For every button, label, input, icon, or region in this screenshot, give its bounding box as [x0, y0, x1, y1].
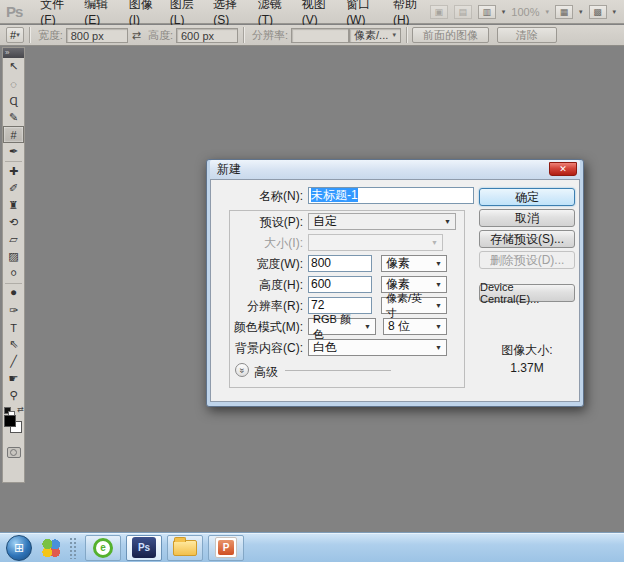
tool-move[interactable]: ↖ [3, 58, 24, 75]
tool-gradient[interactable]: ▨ [3, 248, 24, 265]
view-extras-icon[interactable]: ▤ [454, 5, 472, 19]
front-image-button[interactable]: 前面的图像 [412, 27, 489, 43]
launch-bridge-icon[interactable]: ▣ [430, 5, 448, 19]
tool-path-selection[interactable]: ⇖ [3, 336, 24, 353]
height-input[interactable]: 600 [308, 276, 372, 293]
menu-filter[interactable]: 滤镜(T) [250, 0, 294, 23]
bit-depth-select[interactable]: 8 位▼ [383, 318, 447, 335]
taskbar-photoshop-button[interactable]: Ps [126, 535, 162, 561]
preset-label: 预设(P): [211, 214, 303, 231]
taskbar-powerpoint-button[interactable]: P [208, 535, 244, 561]
menu-edit[interactable]: 编辑(E) [76, 0, 120, 23]
resolution-label: 分辨率(R): [211, 298, 303, 315]
close-icon[interactable]: ✕ [549, 162, 577, 176]
arrange-documents-caret-icon[interactable]: ▾ [579, 8, 583, 16]
tool-dodge[interactable]: ⚫ [3, 285, 24, 302]
size-caret-icon: ▼ [427, 239, 442, 246]
tool-preset-caret-icon: ▾ [16, 31, 20, 39]
tool-preset-picker[interactable]: # ▾ [6, 27, 24, 43]
tool-zoom[interactable]: ⚲ [3, 387, 24, 404]
color-swatches: ⇄ [3, 407, 24, 441]
zoom-level-caret-icon[interactable]: ▾ [545, 8, 549, 16]
advanced-label: 高级 [254, 364, 278, 381]
menu-image[interactable]: 图像(I) [121, 0, 162, 23]
crop-resolution-input[interactable] [291, 28, 349, 43]
resolution-unit-caret-icon: ▾ [393, 28, 397, 42]
foreground-color-swatch[interactable] [4, 415, 16, 427]
resolution-unit-caret-icon: ▼ [431, 302, 446, 309]
cancel-button[interactable]: 取消 [479, 209, 575, 227]
dialog-titlebar[interactable]: 新建 ✕ [210, 160, 580, 179]
width-unit-select[interactable]: 像素▼ [381, 255, 447, 272]
tool-pen[interactable]: ✑ [3, 302, 24, 319]
color-mode-select[interactable]: RGB 颜色▼ [308, 318, 376, 335]
menu-help[interactable]: 帮助(H) [385, 0, 430, 23]
width-input[interactable]: 800 [308, 255, 372, 272]
menu-select[interactable]: 选择(S) [205, 0, 249, 23]
name-label: 名称(N): [211, 188, 303, 205]
tool-quick-selection[interactable]: ✎ [3, 109, 24, 126]
pinwheel-app-icon[interactable] [41, 538, 61, 558]
menu-view[interactable]: 视图(V) [294, 0, 338, 23]
taskbar-grip[interactable] [69, 537, 77, 559]
tool-brush[interactable]: ✐ [3, 180, 24, 197]
image-size-label: 图像大小: [479, 342, 575, 359]
resolution-unit-select[interactable]: 像素/... ▾ [349, 28, 401, 43]
dialog-title: 新建 [210, 161, 241, 178]
photoshop-logo-icon: Ps [6, 3, 22, 20]
folder-icon [173, 540, 197, 556]
tool-hand[interactable]: ☛ [3, 370, 24, 387]
tool-marquee[interactable]: ◌ [3, 75, 24, 92]
zoom-level[interactable]: 100% [511, 6, 539, 18]
photoshop-app-icon: Ps [132, 537, 156, 558]
preset-select[interactable]: 自定▼ [308, 213, 456, 230]
start-button[interactable]: ⊞ [6, 535, 32, 561]
tool-type[interactable]: T [3, 319, 24, 336]
advanced-expand-icon[interactable]: » [235, 363, 249, 377]
bit-depth-caret-icon: ▼ [431, 323, 446, 330]
menu-bar: Ps 文件(F) 编辑(E) 图像(I) 图层(L) 选择(S) 滤镜(T) 视… [0, 0, 624, 24]
size-label: 大小(I): [211, 235, 303, 252]
panel-collapse-icon[interactable]: » [3, 48, 24, 58]
tool-options-bar: # ▾ 宽度: 800 px ⇄ 高度: 600 px 分辨率: 像素/... … [0, 25, 624, 46]
menu-window[interactable]: 窗口(W) [338, 0, 385, 23]
quick-mask-button[interactable] [7, 447, 21, 458]
device-central-button[interactable]: Device Central(E)... [479, 284, 575, 302]
screen-mode-caret-icon[interactable]: ▾ [613, 8, 617, 16]
color-mode-caret-icon: ▼ [360, 323, 375, 330]
screen-mode-icon[interactable]: ▩ [589, 5, 607, 19]
crop-width-label: 宽度: [38, 28, 63, 43]
name-input[interactable]: 未标题-1 [308, 187, 474, 204]
crop-height-label: 高度: [148, 28, 173, 43]
arrange-documents-icon[interactable]: ▦ [555, 5, 573, 19]
tool-line[interactable]: ╱ [3, 353, 24, 370]
save-preset-button[interactable]: 存储预设(S)... [479, 230, 575, 248]
crop-height-input[interactable]: 600 px [176, 28, 238, 43]
tool-clone-stamp[interactable]: ♜ [3, 197, 24, 214]
menu-layer[interactable]: 图层(L) [162, 0, 205, 23]
taskbar-explorer-button[interactable] [167, 535, 203, 561]
swap-colors-icon[interactable]: ⇄ [17, 405, 24, 414]
tool-crop[interactable]: # [3, 126, 24, 143]
menu-file[interactable]: 文件(F) [32, 0, 76, 23]
tool-history-brush[interactable]: ⟲ [3, 214, 24, 231]
swap-dimensions-icon[interactable]: ⇄ [132, 29, 141, 42]
height-label: 高度(H): [211, 277, 303, 294]
tool-eyedropper[interactable]: ✒ [3, 143, 24, 160]
screen-layout-caret-icon[interactable]: ▾ [502, 8, 506, 16]
taskbar-browser-button[interactable]: e [85, 535, 121, 561]
tool-blur[interactable]: ⚪ [3, 265, 24, 282]
background-caret-icon: ▼ [431, 344, 446, 351]
default-colors-icon[interactable] [4, 407, 11, 414]
ok-button[interactable]: 确定 [479, 188, 575, 206]
tool-healing-brush[interactable]: ✚ [3, 163, 24, 180]
crop-width-input[interactable]: 800 px [66, 28, 128, 43]
screen-layout-icon[interactable]: ▥ [478, 5, 496, 19]
height-unit-caret-icon: ▼ [431, 281, 446, 288]
background-contents-label: 背景内容(C): [211, 340, 303, 357]
background-contents-select[interactable]: 白色▼ [308, 339, 447, 356]
resolution-unit-select[interactable]: 像素/英寸▼ [381, 297, 447, 314]
tool-eraser[interactable]: ▱ [3, 231, 24, 248]
clear-button[interactable]: 清除 [497, 27, 557, 43]
tool-lasso[interactable]: Ɋ [3, 92, 24, 109]
